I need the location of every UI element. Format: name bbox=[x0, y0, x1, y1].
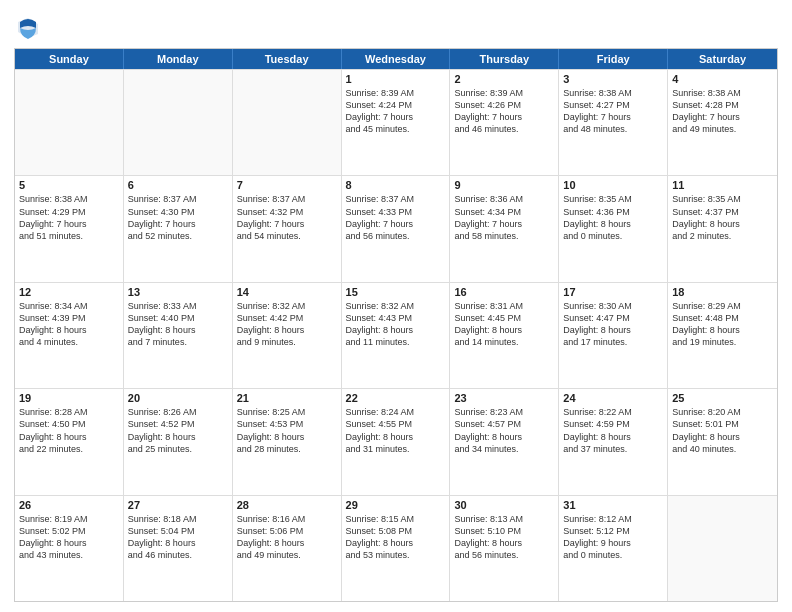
calendar-cell-day-4: 4Sunrise: 8:38 AM Sunset: 4:28 PM Daylig… bbox=[668, 70, 777, 175]
weekday-header-sunday: Sunday bbox=[15, 49, 124, 69]
day-number: 17 bbox=[563, 286, 663, 298]
day-info: Sunrise: 8:33 AM Sunset: 4:40 PM Dayligh… bbox=[128, 300, 228, 349]
weekday-header-tuesday: Tuesday bbox=[233, 49, 342, 69]
calendar-cell-day-28: 28Sunrise: 8:16 AM Sunset: 5:06 PM Dayli… bbox=[233, 496, 342, 601]
calendar-cell-day-17: 17Sunrise: 8:30 AM Sunset: 4:47 PM Dayli… bbox=[559, 283, 668, 388]
calendar-cell-day-2: 2Sunrise: 8:39 AM Sunset: 4:26 PM Daylig… bbox=[450, 70, 559, 175]
header bbox=[14, 10, 778, 42]
day-info: Sunrise: 8:36 AM Sunset: 4:34 PM Dayligh… bbox=[454, 193, 554, 242]
day-number: 18 bbox=[672, 286, 773, 298]
page: SundayMondayTuesdayWednesdayThursdayFrid… bbox=[0, 0, 792, 612]
day-info: Sunrise: 8:23 AM Sunset: 4:57 PM Dayligh… bbox=[454, 406, 554, 455]
calendar-cell-empty bbox=[233, 70, 342, 175]
day-number: 3 bbox=[563, 73, 663, 85]
day-info: Sunrise: 8:15 AM Sunset: 5:08 PM Dayligh… bbox=[346, 513, 446, 562]
day-info: Sunrise: 8:29 AM Sunset: 4:48 PM Dayligh… bbox=[672, 300, 773, 349]
day-number: 23 bbox=[454, 392, 554, 404]
calendar-row-2: 5Sunrise: 8:38 AM Sunset: 4:29 PM Daylig… bbox=[15, 175, 777, 281]
day-number: 16 bbox=[454, 286, 554, 298]
calendar-cell-day-6: 6Sunrise: 8:37 AM Sunset: 4:30 PM Daylig… bbox=[124, 176, 233, 281]
calendar-cell-day-7: 7Sunrise: 8:37 AM Sunset: 4:32 PM Daylig… bbox=[233, 176, 342, 281]
calendar-cell-day-11: 11Sunrise: 8:35 AM Sunset: 4:37 PM Dayli… bbox=[668, 176, 777, 281]
calendar-cell-day-20: 20Sunrise: 8:26 AM Sunset: 4:52 PM Dayli… bbox=[124, 389, 233, 494]
day-info: Sunrise: 8:26 AM Sunset: 4:52 PM Dayligh… bbox=[128, 406, 228, 455]
day-number: 7 bbox=[237, 179, 337, 191]
day-number: 24 bbox=[563, 392, 663, 404]
day-info: Sunrise: 8:38 AM Sunset: 4:29 PM Dayligh… bbox=[19, 193, 119, 242]
day-number: 15 bbox=[346, 286, 446, 298]
day-info: Sunrise: 8:32 AM Sunset: 4:42 PM Dayligh… bbox=[237, 300, 337, 349]
calendar-cell-day-12: 12Sunrise: 8:34 AM Sunset: 4:39 PM Dayli… bbox=[15, 283, 124, 388]
weekday-header-thursday: Thursday bbox=[450, 49, 559, 69]
day-info: Sunrise: 8:39 AM Sunset: 4:26 PM Dayligh… bbox=[454, 87, 554, 136]
day-number: 8 bbox=[346, 179, 446, 191]
day-info: Sunrise: 8:37 AM Sunset: 4:33 PM Dayligh… bbox=[346, 193, 446, 242]
day-info: Sunrise: 8:32 AM Sunset: 4:43 PM Dayligh… bbox=[346, 300, 446, 349]
day-number: 25 bbox=[672, 392, 773, 404]
calendar: SundayMondayTuesdayWednesdayThursdayFrid… bbox=[14, 48, 778, 602]
calendar-row-4: 19Sunrise: 8:28 AM Sunset: 4:50 PM Dayli… bbox=[15, 388, 777, 494]
day-number: 21 bbox=[237, 392, 337, 404]
day-info: Sunrise: 8:20 AM Sunset: 5:01 PM Dayligh… bbox=[672, 406, 773, 455]
day-info: Sunrise: 8:31 AM Sunset: 4:45 PM Dayligh… bbox=[454, 300, 554, 349]
day-info: Sunrise: 8:22 AM Sunset: 4:59 PM Dayligh… bbox=[563, 406, 663, 455]
day-number: 28 bbox=[237, 499, 337, 511]
day-number: 11 bbox=[672, 179, 773, 191]
day-info: Sunrise: 8:35 AM Sunset: 4:37 PM Dayligh… bbox=[672, 193, 773, 242]
logo-icon bbox=[14, 14, 42, 42]
day-number: 13 bbox=[128, 286, 228, 298]
day-number: 2 bbox=[454, 73, 554, 85]
calendar-cell-empty bbox=[15, 70, 124, 175]
day-number: 4 bbox=[672, 73, 773, 85]
weekday-header-saturday: Saturday bbox=[668, 49, 777, 69]
weekday-header-friday: Friday bbox=[559, 49, 668, 69]
calendar-row-5: 26Sunrise: 8:19 AM Sunset: 5:02 PM Dayli… bbox=[15, 495, 777, 601]
calendar-cell-day-24: 24Sunrise: 8:22 AM Sunset: 4:59 PM Dayli… bbox=[559, 389, 668, 494]
day-number: 9 bbox=[454, 179, 554, 191]
day-number: 19 bbox=[19, 392, 119, 404]
day-info: Sunrise: 8:13 AM Sunset: 5:10 PM Dayligh… bbox=[454, 513, 554, 562]
day-number: 27 bbox=[128, 499, 228, 511]
logo bbox=[14, 14, 46, 42]
calendar-header-row: SundayMondayTuesdayWednesdayThursdayFrid… bbox=[15, 49, 777, 69]
weekday-header-wednesday: Wednesday bbox=[342, 49, 451, 69]
day-number: 20 bbox=[128, 392, 228, 404]
day-number: 5 bbox=[19, 179, 119, 191]
calendar-cell-day-16: 16Sunrise: 8:31 AM Sunset: 4:45 PM Dayli… bbox=[450, 283, 559, 388]
day-info: Sunrise: 8:35 AM Sunset: 4:36 PM Dayligh… bbox=[563, 193, 663, 242]
day-info: Sunrise: 8:12 AM Sunset: 5:12 PM Dayligh… bbox=[563, 513, 663, 562]
calendar-cell-day-30: 30Sunrise: 8:13 AM Sunset: 5:10 PM Dayli… bbox=[450, 496, 559, 601]
calendar-cell-day-25: 25Sunrise: 8:20 AM Sunset: 5:01 PM Dayli… bbox=[668, 389, 777, 494]
calendar-cell-day-14: 14Sunrise: 8:32 AM Sunset: 4:42 PM Dayli… bbox=[233, 283, 342, 388]
day-number: 10 bbox=[563, 179, 663, 191]
calendar-cell-day-8: 8Sunrise: 8:37 AM Sunset: 4:33 PM Daylig… bbox=[342, 176, 451, 281]
calendar-cell-day-27: 27Sunrise: 8:18 AM Sunset: 5:04 PM Dayli… bbox=[124, 496, 233, 601]
day-info: Sunrise: 8:18 AM Sunset: 5:04 PM Dayligh… bbox=[128, 513, 228, 562]
weekday-header-monday: Monday bbox=[124, 49, 233, 69]
day-info: Sunrise: 8:28 AM Sunset: 4:50 PM Dayligh… bbox=[19, 406, 119, 455]
calendar-cell-day-13: 13Sunrise: 8:33 AM Sunset: 4:40 PM Dayli… bbox=[124, 283, 233, 388]
calendar-row-1: 1Sunrise: 8:39 AM Sunset: 4:24 PM Daylig… bbox=[15, 69, 777, 175]
day-info: Sunrise: 8:38 AM Sunset: 4:27 PM Dayligh… bbox=[563, 87, 663, 136]
day-number: 30 bbox=[454, 499, 554, 511]
day-info: Sunrise: 8:30 AM Sunset: 4:47 PM Dayligh… bbox=[563, 300, 663, 349]
day-info: Sunrise: 8:24 AM Sunset: 4:55 PM Dayligh… bbox=[346, 406, 446, 455]
calendar-cell-day-26: 26Sunrise: 8:19 AM Sunset: 5:02 PM Dayli… bbox=[15, 496, 124, 601]
calendar-cell-day-23: 23Sunrise: 8:23 AM Sunset: 4:57 PM Dayli… bbox=[450, 389, 559, 494]
day-number: 29 bbox=[346, 499, 446, 511]
calendar-row-3: 12Sunrise: 8:34 AM Sunset: 4:39 PM Dayli… bbox=[15, 282, 777, 388]
day-info: Sunrise: 8:39 AM Sunset: 4:24 PM Dayligh… bbox=[346, 87, 446, 136]
calendar-cell-empty bbox=[668, 496, 777, 601]
calendar-cell-day-15: 15Sunrise: 8:32 AM Sunset: 4:43 PM Dayli… bbox=[342, 283, 451, 388]
day-info: Sunrise: 8:19 AM Sunset: 5:02 PM Dayligh… bbox=[19, 513, 119, 562]
day-number: 1 bbox=[346, 73, 446, 85]
calendar-cell-day-29: 29Sunrise: 8:15 AM Sunset: 5:08 PM Dayli… bbox=[342, 496, 451, 601]
calendar-cell-day-9: 9Sunrise: 8:36 AM Sunset: 4:34 PM Daylig… bbox=[450, 176, 559, 281]
day-number: 26 bbox=[19, 499, 119, 511]
day-info: Sunrise: 8:16 AM Sunset: 5:06 PM Dayligh… bbox=[237, 513, 337, 562]
day-number: 12 bbox=[19, 286, 119, 298]
calendar-cell-day-19: 19Sunrise: 8:28 AM Sunset: 4:50 PM Dayli… bbox=[15, 389, 124, 494]
calendar-cell-day-10: 10Sunrise: 8:35 AM Sunset: 4:36 PM Dayli… bbox=[559, 176, 668, 281]
day-number: 14 bbox=[237, 286, 337, 298]
calendar-cell-day-31: 31Sunrise: 8:12 AM Sunset: 5:12 PM Dayli… bbox=[559, 496, 668, 601]
